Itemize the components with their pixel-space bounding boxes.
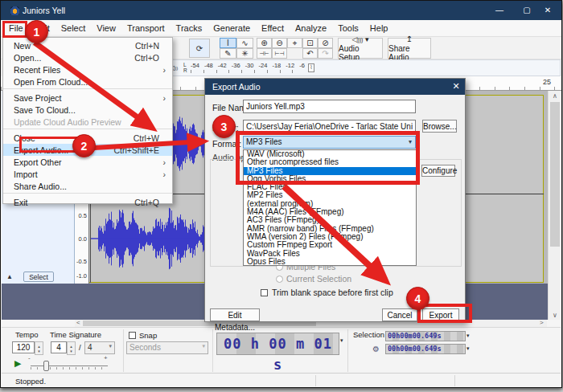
file-menu-item[interactable]: Recent Files › (3, 63, 172, 76)
tempo-input[interactable] (12, 341, 35, 353)
menubar-item[interactable]: Transport (121, 20, 171, 36)
scroll-up-icon[interactable]: ∧ (549, 92, 561, 100)
loop-button[interactable]: ⟳ (189, 39, 210, 58)
scroll-left-icon[interactable]: < (76, 319, 80, 326)
selection-tool-button[interactable]: I (220, 38, 236, 48)
close-button[interactable]: ✕ (534, 1, 561, 20)
selection-end-field[interactable]: 00h00m00.649s (385, 344, 466, 354)
undo-button[interactable]: ↶ (302, 48, 318, 59)
file-menu-item[interactable]: Share Audio... (3, 180, 172, 194)
annotation-box-file-menu (2, 21, 27, 38)
menubar-item[interactable]: Help (364, 20, 394, 36)
zoom-toggle-button[interactable]: ⊘ (318, 38, 333, 48)
collapse-triangle-icon[interactable]: ▲ (6, 273, 13, 280)
draw-tool-button[interactable]: ✎ (220, 48, 236, 59)
scroll-down-icon[interactable]: ∨ (549, 312, 561, 319)
trim-audio-button[interactable]: ⊣⊢ (257, 48, 272, 59)
file-menu-item[interactable]: Open... Ctrl+O (3, 51, 172, 63)
file-menu-item[interactable]: Update Cloud Audio Preview (3, 116, 172, 129)
time-sig-lower-select[interactable]: 4▾ (84, 341, 115, 354)
file-menu-item[interactable]: Import › (3, 168, 172, 180)
title-bar[interactable]: Juniors Yell — ▢ ✕ (1, 1, 561, 20)
snap-mode-select[interactable]: Seconds▾ (126, 341, 208, 354)
vertical-scroll-thumb[interactable] (550, 102, 560, 247)
play-speed-slider[interactable] (31, 365, 108, 366)
menu-item-label: Recent Files (14, 65, 159, 75)
configure-button[interactable]: Configure (421, 165, 455, 177)
redo-button[interactable]: ↷ (318, 48, 333, 59)
file-menu-item[interactable]: Save To Cloud... (3, 104, 172, 116)
browse-button[interactable]: Browse... (422, 120, 457, 133)
time-display-caret-icon[interactable]: ▾ (340, 337, 343, 344)
format-option[interactable]: AMR (narrow band) Files (FFmpeg) (244, 225, 416, 233)
audacity-window: Juniors Yell — ▢ ✕ FileEditSelectViewTra… (0, 0, 562, 388)
menubar-item[interactable]: Effect (256, 20, 290, 36)
trim-checkbox[interactable]: Trim blank space before first clip (261, 288, 393, 297)
range-current-radio[interactable]: Current Selection (276, 274, 351, 284)
play-speed-icon[interactable]: ▶ (14, 358, 21, 369)
file-menu-item[interactable]: New Ctrl+N (3, 39, 172, 51)
tempo-stepper[interactable]: ▴▾ (35, 341, 43, 355)
menubar-item[interactable]: Tools (332, 20, 364, 36)
status-divider (454, 375, 455, 386)
format-option[interactable]: M4A (AAC) Files (FFmpeg) (244, 208, 416, 216)
zoom-out-icon: ⊖ (276, 39, 282, 47)
selection-caret-icon[interactable]: ▾ (466, 333, 470, 339)
share-audio-button[interactable]: ↥ Share Audio (388, 38, 431, 59)
format-option[interactable]: Custom FFmpeg Export (244, 241, 416, 249)
audio-setup-button[interactable]: ◁))) ▾ Audio Setup (338, 38, 383, 59)
time-display[interactable]: 00 h 00 m 01 s (216, 333, 339, 355)
annotation-step-2: 2 (72, 134, 96, 157)
zoom-project-button[interactable]: ⊡ (302, 38, 318, 48)
format-option[interactable]: WMA (version 2) Files (FFmpeg) (244, 233, 416, 241)
meter-toolbar[interactable]: ◁)) L R -54-48-42-36-30-24-18-12-6 ⌇ (166, 59, 561, 76)
multi-tool-button[interactable]: ✳ (236, 48, 253, 59)
scroll-right-icon[interactable]: > (540, 319, 544, 326)
file-menu-item[interactable]: Export Other › (3, 156, 172, 168)
track-select-button[interactable]: Select (23, 272, 54, 282)
vertical-scrollbar[interactable]: ∧ ∨ (548, 91, 561, 320)
export-audio-dialog: Export Audio ✕ File Name: Folder: Browse… (204, 78, 466, 322)
dialog-title-bar[interactable]: Export Audio ✕ (205, 79, 465, 95)
snap-checkbox[interactable]: Snap (129, 331, 157, 340)
edit-metadata-button[interactable]: Edit Metadata... (210, 308, 260, 321)
format-option[interactable]: Opus Files (244, 258, 416, 266)
zoom-in-button[interactable]: ⊕ (257, 38, 272, 48)
slider-plus: + (104, 354, 108, 361)
menubar-item[interactable]: Tracks (171, 20, 208, 36)
trim-icon: ⊣⊢ (259, 51, 269, 57)
file-menu-item[interactable]: Open From Cloud... (3, 76, 172, 89)
selection-caret-icon[interactable]: ▾ (466, 345, 470, 352)
menu-item-label: Import (14, 169, 159, 179)
file-menu-item[interactable]: Exit Ctrl+Q (3, 196, 172, 208)
meter-scale-label: -18 (272, 62, 281, 69)
audacity-logo-icon (10, 6, 19, 15)
format-option[interactable]: (external program) (244, 200, 416, 208)
silence-audio-button[interactable]: ⊢⊣ (272, 48, 287, 59)
format-option[interactable]: MP2 Files (244, 191, 416, 199)
time-sig-upper-input[interactable] (51, 341, 67, 353)
minimize-button[interactable]: — (486, 1, 513, 20)
envelope-tool-button[interactable]: ∿ (236, 38, 253, 48)
menubar-item[interactable]: View (91, 20, 121, 36)
menubar-item[interactable]: Analyze (290, 20, 332, 36)
checkbox-icon (261, 289, 268, 296)
selection-label: Selection (353, 330, 384, 339)
file-menu-item[interactable]: Save Project › (3, 92, 172, 104)
selection-start-field[interactable]: 00h00m00.649s (385, 331, 466, 341)
zoom-selection-button[interactable]: ⌖ (287, 38, 302, 48)
menu-item-label: Exit (14, 198, 134, 207)
zoom-out-button[interactable]: ⊖ (272, 38, 287, 48)
dialog-close-icon[interactable]: ✕ (449, 81, 463, 93)
menubar-item[interactable]: Generate (208, 20, 256, 36)
menubar-item[interactable]: Select (55, 20, 92, 36)
format-option[interactable]: WavPack Files (244, 250, 416, 258)
time-sig-stepper[interactable]: ▴▾ (67, 341, 76, 355)
file-name-input[interactable] (243, 100, 416, 113)
format-option[interactable]: AC3 Files (FFmpeg) (244, 216, 416, 224)
gear-icon[interactable]: ⚙ (372, 345, 380, 353)
zoom-toggle-icon: ⊘ (322, 39, 328, 47)
cancel-button[interactable]: Cancel (382, 308, 417, 321)
ibeam-icon: I (227, 39, 229, 47)
play-speed-thumb[interactable] (43, 361, 49, 371)
